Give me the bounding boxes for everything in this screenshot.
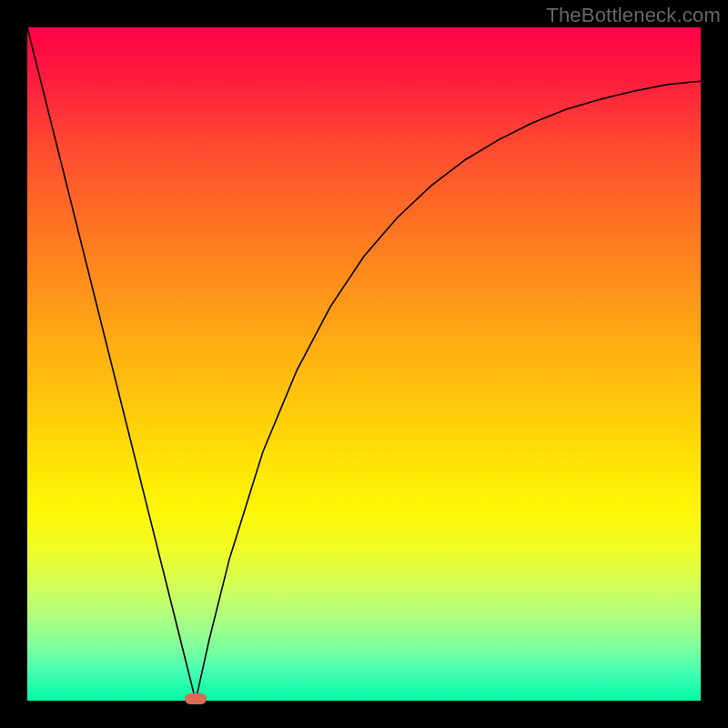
chart-frame: TheBottleneck.com bbox=[0, 0, 728, 728]
left-branch-line bbox=[27, 27, 196, 701]
curve-svg bbox=[27, 27, 701, 701]
right-branch-line bbox=[196, 81, 701, 701]
minimum-marker bbox=[185, 693, 207, 704]
watermark-text: TheBottleneck.com bbox=[546, 4, 721, 27]
